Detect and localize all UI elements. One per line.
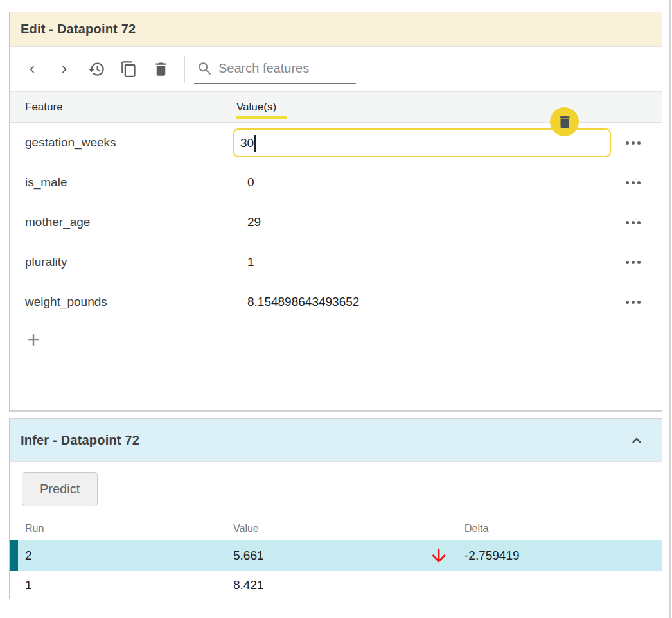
run-cell: 2 [25,549,32,563]
feature-value[interactable]: 29 [247,215,261,229]
duplicate-datapoint-button[interactable] [119,60,138,79]
edit-panel: Edit - Datapoint 72 Search features [9,12,662,412]
feature-name: plurality [25,255,67,269]
table-row[interactable]: 2 5.661 -2.759419 [10,540,662,571]
runs-table-header: Run Value Delta [10,517,662,540]
previous-datapoint-button[interactable] [22,60,42,79]
infer-panel-title: Infer - Datapoint 72 [21,433,139,448]
value-cell: 8.421 [233,578,264,592]
search-features-input[interactable]: Search features [194,55,356,84]
chevron-up-icon [628,432,646,450]
delete-value-button[interactable] [550,107,579,136]
plus-icon [24,330,43,349]
add-feature-button[interactable] [22,330,44,351]
delta-column-header: Delta [464,523,488,534]
table-row: weight_pounds 8.154898643493652 [10,282,662,322]
feature-value[interactable]: 0 [247,175,254,190]
row-more-options-button[interactable] [622,136,644,149]
inference-results-table: Run Value Delta 2 5.661 -2.759419 1 8.42… [10,517,662,599]
trash-icon [556,114,573,130]
chevron-right-icon [57,62,71,76]
value-cell: 5.661 [233,549,264,563]
restore-datapoint-button[interactable] [87,60,106,79]
infer-panel: Infer - Datapoint 72 Predict Run Value D… [9,418,662,599]
feature-value[interactable]: 1 [247,255,254,269]
table-row: mother_age 29 [10,202,662,242]
copy-icon [120,60,137,78]
feature-value-input[interactable]: 30 [233,128,611,157]
feature-name: is_male [25,175,67,190]
search-icon [197,60,213,77]
values-column-header: Value(s) [236,101,276,114]
feature-name: weight_pounds [25,295,107,309]
delta-down-arrow-icon [429,545,449,566]
run-cell: 1 [25,578,32,592]
history-icon [88,60,105,78]
feature-rows: gestation_weeks 30 is_male 0 mother_age … [10,123,662,322]
toolbar-divider [184,56,185,83]
edit-panel-header: Edit - Datapoint 72 [10,12,662,47]
predict-button[interactable]: Predict [22,472,98,506]
row-more-options-button[interactable] [622,296,644,308]
row-more-options-button[interactable] [622,176,644,189]
row-more-options-button[interactable] [622,256,644,269]
row-more-options-button[interactable] [622,216,644,229]
adjacent-panel-edge [669,0,671,618]
chevron-left-icon [25,62,39,76]
table-row: is_male 0 [10,163,662,202]
feature-column-header: Feature [25,101,63,114]
delta-cell: -2.759419 [464,549,520,563]
feature-value[interactable]: 8.154898643493652 [247,295,359,309]
text-cursor [254,135,256,152]
table-row[interactable]: 1 8.421 [10,571,662,599]
value-column-header: Value [233,523,259,534]
trash-icon [152,60,170,78]
infer-body: Predict Run Value Delta 2 5.661 -2.75941… [10,462,662,618]
feature-name: mother_age [25,215,90,229]
table-row: plurality 1 [10,242,662,282]
edit-toolbar: Search features [10,47,662,91]
run-column-header: Run [25,523,44,534]
values-column-highlight [236,116,287,119]
delete-datapoint-button[interactable] [151,60,170,79]
infer-panel-header: Infer - Datapoint 72 [10,419,662,462]
search-placeholder: Search features [218,61,309,76]
next-datapoint-button[interactable] [55,60,74,79]
feature-value-text: 30 [240,136,254,150]
selected-row-marker [10,540,18,571]
collapse-panel-button[interactable] [627,431,646,450]
whatif-datapoint-editor: Edit - Datapoint 72 Search features [0,0,672,618]
edit-panel-title: Edit - Datapoint 72 [21,22,136,37]
feature-name: gestation_weeks [25,136,116,150]
